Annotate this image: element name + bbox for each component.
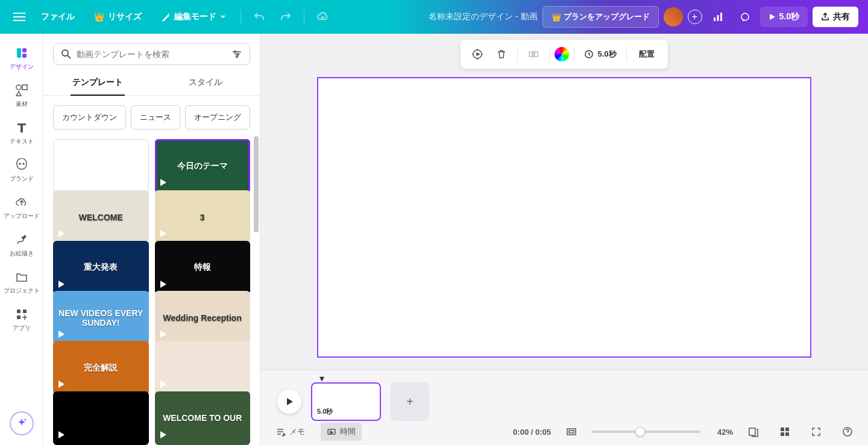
template-card[interactable]: 重大発表	[53, 241, 149, 294]
scrollbar[interactable]	[254, 136, 259, 232]
template-card[interactable]: 完全解説	[53, 341, 149, 394]
clip-duration-label: 5.0秒	[317, 407, 333, 416]
split-icon	[528, 49, 539, 60]
arrange-button[interactable]: 配置	[632, 43, 662, 65]
rail-text[interactable]: テキスト	[2, 116, 41, 151]
grid-view-button[interactable]	[774, 421, 796, 443]
zoom-slider-thumb[interactable]	[635, 427, 645, 437]
split-button[interactable]	[523, 43, 544, 65]
chip-opening[interactable]: オープニング	[185, 105, 250, 129]
fullscreen-button[interactable]	[805, 421, 827, 443]
filter-icon[interactable]	[231, 49, 242, 60]
notes-icon	[276, 427, 286, 437]
rail-design[interactable]: デザイン	[2, 41, 41, 76]
zoom-slider[interactable]	[592, 431, 700, 433]
upgrade-button[interactable]: 👑 プランをアップグレード	[542, 6, 659, 28]
rail-upload[interactable]: アップロード	[2, 190, 41, 225]
share-button[interactable]: 共有	[813, 7, 858, 27]
svg-point-20	[237, 54, 239, 55]
svg-point-12	[19, 163, 20, 164]
template-card[interactable]: WELCOME	[53, 190, 149, 244]
template-card-label: WELCOME TO OUR	[159, 413, 245, 423]
comments-button[interactable]	[734, 6, 755, 28]
template-card[interactable]	[155, 341, 251, 394]
notes-button[interactable]: メモ	[270, 423, 311, 441]
template-card[interactable]: 3	[155, 190, 251, 244]
play-icon	[285, 397, 294, 406]
rail-projects[interactable]: プロジェクト	[2, 265, 41, 300]
canvas-artboard[interactable]	[317, 77, 811, 358]
svg-rect-1	[13, 16, 25, 17]
rail-draw-label: お絵描き	[10, 249, 34, 258]
timeline-clip[interactable]: 5.0秒	[311, 382, 381, 421]
rail-brand-label: ブランド	[10, 175, 34, 183]
search-input[interactable]	[77, 49, 227, 59]
pages-view-button[interactable]	[743, 421, 764, 443]
redo-button[interactable]	[275, 6, 297, 28]
resize-button[interactable]: 👑 リサイズ	[87, 7, 149, 27]
add-clip-button[interactable]: +	[391, 382, 429, 421]
resize-label: リサイズ	[108, 11, 142, 22]
search-icon	[61, 49, 72, 60]
document-title[interactable]: 名称未設定のデザイン - 動画	[429, 11, 537, 22]
help-button[interactable]	[837, 421, 858, 443]
svg-rect-29	[749, 428, 755, 435]
rail-apps[interactable]: アプリ	[2, 302, 41, 337]
clip-duration-button[interactable]: 5.0秒	[579, 49, 621, 60]
chip-news[interactable]: ニュース	[131, 105, 180, 129]
undo-button[interactable]	[248, 6, 270, 28]
template-card-label: 今日のテーマ	[174, 161, 231, 172]
time-button[interactable]: 時間	[321, 423, 362, 441]
magic-button[interactable]	[10, 411, 34, 435]
comment-icon	[739, 11, 750, 22]
template-card[interactable]	[53, 139, 149, 193]
svg-rect-7	[17, 48, 21, 58]
chip-countdown[interactable]: カウントダウン	[53, 105, 126, 129]
add-collaborator-button[interactable]: +	[688, 10, 702, 24]
template-card[interactable]: Wedding Reception	[155, 291, 251, 344]
timeline-play-button[interactable]	[277, 390, 301, 414]
redo-icon	[280, 11, 291, 22]
rail-draw[interactable]: お絵描き	[2, 228, 41, 263]
folder-icon	[14, 270, 29, 284]
animation-button[interactable]	[467, 43, 488, 65]
svg-point-10	[16, 85, 21, 90]
tab-templates[interactable]: テンプレート	[43, 70, 152, 95]
analytics-button[interactable]	[707, 6, 729, 28]
svg-point-21	[236, 56, 238, 58]
search-box[interactable]	[53, 43, 250, 65]
pages-icon	[748, 426, 759, 437]
play-icon	[159, 431, 169, 441]
template-card[interactable]: WELCOME TO OUR	[155, 391, 251, 445]
rail-projects-label: プロジェクト	[4, 287, 40, 295]
main-menu-button[interactable]	[10, 7, 29, 26]
fit-button[interactable]	[561, 421, 582, 443]
rail-brand[interactable]: ブランド	[2, 153, 41, 188]
rail-apps-label: アプリ	[13, 324, 31, 332]
preview-button[interactable]: 5.0秒	[760, 7, 808, 27]
delete-button[interactable]	[491, 43, 512, 65]
svg-rect-16	[17, 316, 20, 319]
template-card[interactable]: 今日のテーマ	[155, 139, 251, 193]
background-color-button[interactable]	[555, 47, 569, 61]
clock-icon	[584, 49, 594, 59]
template-card[interactable]	[53, 391, 149, 445]
apps-icon	[14, 307, 29, 322]
template-card-label: NEW VIDEOS EVERY SUNDAY!	[53, 308, 149, 328]
tab-styles[interactable]: スタイル	[152, 70, 260, 95]
file-menu[interactable]: ファイル	[34, 7, 82, 27]
user-avatar[interactable]	[664, 7, 683, 26]
edit-mode-button[interactable]: 編集モード	[154, 7, 233, 27]
sparkle-icon	[16, 417, 28, 429]
fullscreen-icon	[811, 426, 822, 437]
template-card[interactable]: NEW VIDEOS EVERY SUNDAY!	[53, 291, 149, 344]
svg-point-18	[62, 50, 68, 56]
rail-elements[interactable]: 素材	[2, 78, 41, 113]
cloud-sync-button[interactable]	[312, 6, 333, 28]
template-card[interactable]: 特報	[155, 241, 251, 294]
svg-rect-11	[22, 85, 27, 90]
svg-rect-27	[567, 429, 576, 435]
rail-elements-label: 素材	[16, 100, 28, 108]
bar-chart-icon	[712, 11, 723, 22]
share-icon	[821, 13, 829, 21]
